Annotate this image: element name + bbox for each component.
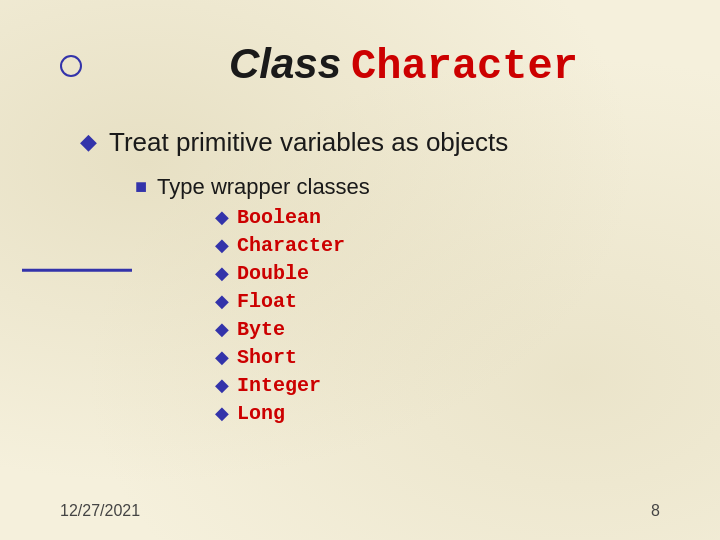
sub-bullet-area: ■ Type wrapper classes ◆Boolean◆Characte… (80, 174, 660, 425)
slide: Class Character ◆ Treat primitive variab… (0, 0, 720, 540)
list-item: ◆Float (215, 290, 660, 313)
list-item-text: Integer (237, 374, 321, 397)
diamond-icon: ◆ (80, 129, 97, 155)
title-circle-icon (60, 55, 82, 77)
list-item: ◆Short (215, 346, 660, 369)
list-item-text: Byte (237, 318, 285, 341)
list-bullet-icon: ◆ (215, 234, 229, 256)
list-item-text: Float (237, 290, 297, 313)
list-item-text: Character (237, 234, 345, 257)
list-item-text: Boolean (237, 206, 321, 229)
list-bullet-icon: ◆ (215, 374, 229, 396)
title-normal-text: Class (229, 40, 341, 88)
list-item: ◆Boolean (215, 206, 660, 229)
list-item: ◆Integer (215, 374, 660, 397)
list-item: ◆Long (215, 402, 660, 425)
list-item-text: Long (237, 402, 285, 425)
title-underline (22, 269, 132, 272)
list-item: ◆Double (215, 262, 660, 285)
main-bullet: ◆ Treat primitive variables as objects (80, 127, 660, 158)
list-bullet-icon: ◆ (215, 346, 229, 368)
sub-bullet-text: Type wrapper classes (157, 174, 370, 200)
list-bullet-icon: ◆ (215, 318, 229, 340)
sub-bullet-square-icon: ■ (135, 175, 147, 198)
footer: 12/27/2021 8 (60, 502, 660, 520)
main-bullet-text: Treat primitive variables as objects (109, 127, 508, 158)
sub-bullet: ■ Type wrapper classes (135, 174, 660, 200)
title-decorator (60, 55, 82, 77)
list-bullet-icon: ◆ (215, 402, 229, 424)
list-bullet-icon: ◆ (215, 290, 229, 312)
slide-title: Class Character (94, 40, 578, 91)
title-line: Class Character (60, 40, 660, 91)
title-mono-text: Character (351, 43, 578, 91)
footer-page-number: 8 (651, 502, 660, 520)
list-item: ◆Byte (215, 318, 660, 341)
footer-date: 12/27/2021 (60, 502, 140, 520)
list-bullet-icon: ◆ (215, 206, 229, 228)
list-item-text: Short (237, 346, 297, 369)
list-bullet-icon: ◆ (215, 262, 229, 284)
list-item: ◆Character (215, 234, 660, 257)
title-area: Class Character (60, 40, 660, 99)
content-area: ◆ Treat primitive variables as objects ■… (60, 127, 660, 425)
list-area: ◆Boolean◆Character◆Double◆Float◆Byte◆Sho… (135, 206, 660, 425)
list-item-text: Double (237, 262, 309, 285)
